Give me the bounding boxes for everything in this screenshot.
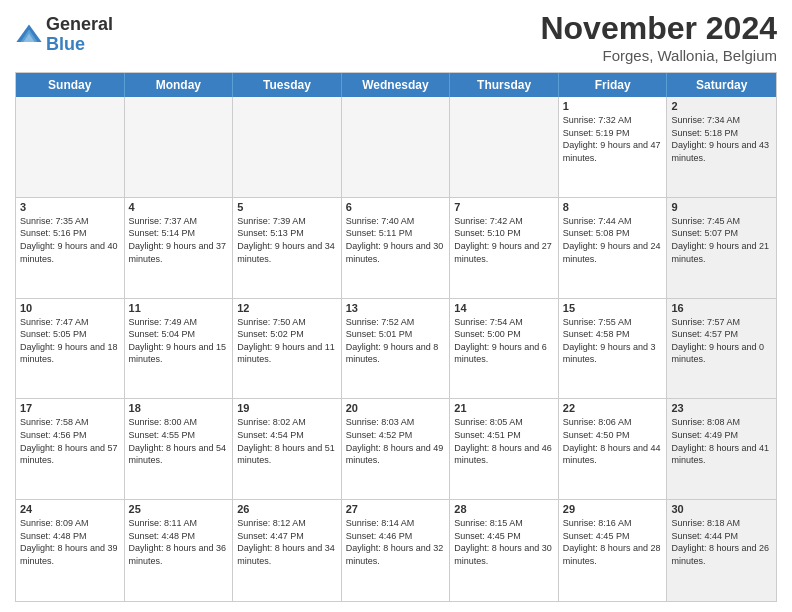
day-number: 17 — [20, 402, 120, 414]
day-info: Sunrise: 8:16 AM Sunset: 4:45 PM Dayligh… — [563, 517, 663, 567]
day-number: 23 — [671, 402, 772, 414]
calendar-cell: 5Sunrise: 7:39 AM Sunset: 5:13 PM Daylig… — [233, 198, 342, 298]
calendar-cell: 6Sunrise: 7:40 AM Sunset: 5:11 PM Daylig… — [342, 198, 451, 298]
day-info: Sunrise: 8:15 AM Sunset: 4:45 PM Dayligh… — [454, 517, 554, 567]
day-number: 13 — [346, 302, 446, 314]
calendar-cell: 12Sunrise: 7:50 AM Sunset: 5:02 PM Dayli… — [233, 299, 342, 399]
day-number: 19 — [237, 402, 337, 414]
calendar-cell — [342, 97, 451, 197]
day-info: Sunrise: 8:06 AM Sunset: 4:50 PM Dayligh… — [563, 416, 663, 466]
weekday-header-wednesday: Wednesday — [342, 73, 451, 97]
weekday-header-tuesday: Tuesday — [233, 73, 342, 97]
day-info: Sunrise: 7:34 AM Sunset: 5:18 PM Dayligh… — [671, 114, 772, 164]
day-info: Sunrise: 8:11 AM Sunset: 4:48 PM Dayligh… — [129, 517, 229, 567]
day-number: 3 — [20, 201, 120, 213]
calendar-cell: 29Sunrise: 8:16 AM Sunset: 4:45 PM Dayli… — [559, 500, 668, 601]
calendar-cell — [16, 97, 125, 197]
day-number: 10 — [20, 302, 120, 314]
calendar-body: 1Sunrise: 7:32 AM Sunset: 5:19 PM Daylig… — [16, 97, 776, 601]
calendar-row-3: 17Sunrise: 7:58 AM Sunset: 4:56 PM Dayli… — [16, 399, 776, 500]
calendar-cell — [125, 97, 234, 197]
calendar-row-0: 1Sunrise: 7:32 AM Sunset: 5:19 PM Daylig… — [16, 97, 776, 198]
calendar-cell: 17Sunrise: 7:58 AM Sunset: 4:56 PM Dayli… — [16, 399, 125, 499]
day-info: Sunrise: 8:18 AM Sunset: 4:44 PM Dayligh… — [671, 517, 772, 567]
day-number: 26 — [237, 503, 337, 515]
day-info: Sunrise: 8:09 AM Sunset: 4:48 PM Dayligh… — [20, 517, 120, 567]
calendar-row-2: 10Sunrise: 7:47 AM Sunset: 5:05 PM Dayli… — [16, 299, 776, 400]
calendar-cell: 15Sunrise: 7:55 AM Sunset: 4:58 PM Dayli… — [559, 299, 668, 399]
calendar: SundayMondayTuesdayWednesdayThursdayFrid… — [15, 72, 777, 602]
calendar-cell: 27Sunrise: 8:14 AM Sunset: 4:46 PM Dayli… — [342, 500, 451, 601]
day-info: Sunrise: 7:50 AM Sunset: 5:02 PM Dayligh… — [237, 316, 337, 366]
calendar-cell: 10Sunrise: 7:47 AM Sunset: 5:05 PM Dayli… — [16, 299, 125, 399]
day-number: 9 — [671, 201, 772, 213]
calendar-cell: 30Sunrise: 8:18 AM Sunset: 4:44 PM Dayli… — [667, 500, 776, 601]
logo-line2: Blue — [46, 34, 85, 54]
calendar-cell: 4Sunrise: 7:37 AM Sunset: 5:14 PM Daylig… — [125, 198, 234, 298]
day-number: 21 — [454, 402, 554, 414]
calendar-cell: 11Sunrise: 7:49 AM Sunset: 5:04 PM Dayli… — [125, 299, 234, 399]
calendar-cell: 13Sunrise: 7:52 AM Sunset: 5:01 PM Dayli… — [342, 299, 451, 399]
day-number: 1 — [563, 100, 663, 112]
calendar-cell: 2Sunrise: 7:34 AM Sunset: 5:18 PM Daylig… — [667, 97, 776, 197]
day-info: Sunrise: 7:49 AM Sunset: 5:04 PM Dayligh… — [129, 316, 229, 366]
day-info: Sunrise: 7:39 AM Sunset: 5:13 PM Dayligh… — [237, 215, 337, 265]
day-number: 25 — [129, 503, 229, 515]
day-info: Sunrise: 8:02 AM Sunset: 4:54 PM Dayligh… — [237, 416, 337, 466]
day-number: 29 — [563, 503, 663, 515]
calendar-cell: 1Sunrise: 7:32 AM Sunset: 5:19 PM Daylig… — [559, 97, 668, 197]
day-info: Sunrise: 7:58 AM Sunset: 4:56 PM Dayligh… — [20, 416, 120, 466]
day-number: 20 — [346, 402, 446, 414]
calendar-cell: 20Sunrise: 8:03 AM Sunset: 4:52 PM Dayli… — [342, 399, 451, 499]
logo: General Blue — [15, 15, 113, 55]
calendar-cell: 22Sunrise: 8:06 AM Sunset: 4:50 PM Dayli… — [559, 399, 668, 499]
day-number: 2 — [671, 100, 772, 112]
calendar-cell: 25Sunrise: 8:11 AM Sunset: 4:48 PM Dayli… — [125, 500, 234, 601]
day-number: 6 — [346, 201, 446, 213]
logo-icon — [15, 21, 43, 49]
day-info: Sunrise: 7:44 AM Sunset: 5:08 PM Dayligh… — [563, 215, 663, 265]
day-info: Sunrise: 7:42 AM Sunset: 5:10 PM Dayligh… — [454, 215, 554, 265]
calendar-cell: 26Sunrise: 8:12 AM Sunset: 4:47 PM Dayli… — [233, 500, 342, 601]
location: Forges, Wallonia, Belgium — [540, 47, 777, 64]
calendar-row-1: 3Sunrise: 7:35 AM Sunset: 5:16 PM Daylig… — [16, 198, 776, 299]
day-info: Sunrise: 7:45 AM Sunset: 5:07 PM Dayligh… — [671, 215, 772, 265]
calendar-cell: 18Sunrise: 8:00 AM Sunset: 4:55 PM Dayli… — [125, 399, 234, 499]
day-number: 30 — [671, 503, 772, 515]
day-info: Sunrise: 7:57 AM Sunset: 4:57 PM Dayligh… — [671, 316, 772, 366]
day-number: 12 — [237, 302, 337, 314]
calendar-cell: 23Sunrise: 8:08 AM Sunset: 4:49 PM Dayli… — [667, 399, 776, 499]
day-number: 4 — [129, 201, 229, 213]
day-info: Sunrise: 8:00 AM Sunset: 4:55 PM Dayligh… — [129, 416, 229, 466]
calendar-cell — [233, 97, 342, 197]
day-info: Sunrise: 7:37 AM Sunset: 5:14 PM Dayligh… — [129, 215, 229, 265]
calendar-cell: 16Sunrise: 7:57 AM Sunset: 4:57 PM Dayli… — [667, 299, 776, 399]
page: General Blue November 2024 Forges, Wallo… — [0, 0, 792, 612]
day-info: Sunrise: 7:54 AM Sunset: 5:00 PM Dayligh… — [454, 316, 554, 366]
day-number: 8 — [563, 201, 663, 213]
calendar-cell: 19Sunrise: 8:02 AM Sunset: 4:54 PM Dayli… — [233, 399, 342, 499]
day-info: Sunrise: 8:05 AM Sunset: 4:51 PM Dayligh… — [454, 416, 554, 466]
calendar-cell: 8Sunrise: 7:44 AM Sunset: 5:08 PM Daylig… — [559, 198, 668, 298]
calendar-cell: 28Sunrise: 8:15 AM Sunset: 4:45 PM Dayli… — [450, 500, 559, 601]
day-info: Sunrise: 7:55 AM Sunset: 4:58 PM Dayligh… — [563, 316, 663, 366]
day-number: 18 — [129, 402, 229, 414]
day-info: Sunrise: 7:52 AM Sunset: 5:01 PM Dayligh… — [346, 316, 446, 366]
calendar-header: SundayMondayTuesdayWednesdayThursdayFrid… — [16, 73, 776, 97]
day-number: 24 — [20, 503, 120, 515]
day-info: Sunrise: 8:14 AM Sunset: 4:46 PM Dayligh… — [346, 517, 446, 567]
weekday-header-sunday: Sunday — [16, 73, 125, 97]
calendar-cell: 14Sunrise: 7:54 AM Sunset: 5:00 PM Dayli… — [450, 299, 559, 399]
weekday-header-friday: Friday — [559, 73, 668, 97]
day-number: 27 — [346, 503, 446, 515]
month-title: November 2024 — [540, 10, 777, 47]
calendar-cell — [450, 97, 559, 197]
calendar-row-4: 24Sunrise: 8:09 AM Sunset: 4:48 PM Dayli… — [16, 500, 776, 601]
logo-text: General Blue — [46, 15, 113, 55]
day-number: 15 — [563, 302, 663, 314]
calendar-cell: 9Sunrise: 7:45 AM Sunset: 5:07 PM Daylig… — [667, 198, 776, 298]
logo-line1: General — [46, 15, 113, 35]
day-number: 28 — [454, 503, 554, 515]
day-number: 11 — [129, 302, 229, 314]
day-number: 5 — [237, 201, 337, 213]
